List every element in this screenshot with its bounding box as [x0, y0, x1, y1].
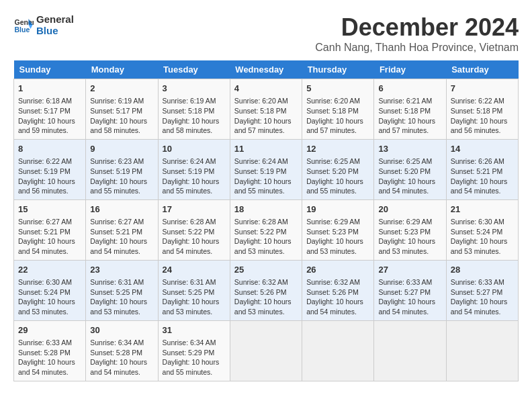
location-title: Canh Nang, Thanh Hoa Province, Vietnam	[315, 42, 519, 54]
day-info: Sunrise: 6:22 AMSunset: 5:19 PMDaylight:…	[18, 156, 81, 196]
calendar-cell: 15Sunrise: 6:27 AMSunset: 5:21 PMDayligh…	[14, 199, 86, 260]
day-info: Sunrise: 6:34 AMSunset: 5:29 PMDaylight:…	[163, 338, 226, 377]
day-info: Sunrise: 6:30 AMSunset: 5:24 PMDaylight:…	[451, 217, 514, 257]
calendar-cell: 4Sunrise: 6:20 AMSunset: 5:18 PMDaylight…	[230, 79, 302, 140]
calendar-week-row: 29Sunrise: 6:33 AMSunset: 5:28 PMDayligh…	[14, 320, 519, 381]
calendar-cell: 20Sunrise: 6:29 AMSunset: 5:23 PMDayligh…	[374, 199, 446, 260]
calendar-cell: 9Sunrise: 6:23 AMSunset: 5:19 PMDaylight…	[86, 139, 158, 199]
day-number: 26	[306, 264, 369, 276]
day-number: 22	[18, 264, 81, 276]
day-info: Sunrise: 6:27 AMSunset: 5:21 PMDaylight:…	[90, 217, 153, 257]
logo-icon: General Blue	[13, 15, 34, 35]
day-number: 12	[306, 143, 369, 155]
day-number: 7	[451, 83, 514, 95]
day-number: 13	[378, 143, 441, 155]
calendar-cell: 21Sunrise: 6:30 AMSunset: 5:24 PMDayligh…	[446, 199, 518, 260]
day-info: Sunrise: 6:19 AMSunset: 5:18 PMDaylight:…	[163, 96, 226, 136]
day-number: 21	[451, 203, 514, 216]
calendar-cell: 7Sunrise: 6:22 AMSunset: 5:18 PMDaylight…	[446, 79, 518, 140]
day-number: 18	[234, 203, 298, 216]
day-info: Sunrise: 6:26 AMSunset: 5:21 PMDaylight:…	[451, 156, 514, 196]
calendar-cell: 10Sunrise: 6:24 AMSunset: 5:19 PMDayligh…	[158, 139, 230, 199]
day-number: 27	[378, 264, 441, 276]
day-number: 4	[234, 83, 298, 95]
day-info: Sunrise: 6:22 AMSunset: 5:18 PMDaylight:…	[451, 96, 514, 136]
calendar-cell	[446, 320, 518, 381]
calendar-header-row: SundayMondayTuesdayWednesdayThursdayFrid…	[14, 60, 519, 79]
day-number: 29	[18, 324, 81, 336]
calendar-cell: 13Sunrise: 6:25 AMSunset: 5:20 PMDayligh…	[374, 139, 446, 199]
month-title: December 2024	[315, 13, 519, 42]
day-info: Sunrise: 6:30 AMSunset: 5:24 PMDaylight:…	[18, 277, 81, 317]
day-info: Sunrise: 6:21 AMSunset: 5:18 PMDaylight:…	[378, 96, 441, 136]
day-number: 24	[163, 264, 226, 276]
day-info: Sunrise: 6:20 AMSunset: 5:18 PMDaylight:…	[306, 96, 369, 136]
day-number: 25	[234, 264, 298, 276]
day-info: Sunrise: 6:33 AMSunset: 5:27 PMDaylight:…	[378, 277, 441, 317]
day-info: Sunrise: 6:24 AMSunset: 5:19 PMDaylight:…	[234, 156, 298, 196]
day-info: Sunrise: 6:32 AMSunset: 5:26 PMDaylight:…	[234, 277, 298, 317]
day-number: 9	[90, 143, 153, 155]
calendar-cell: 12Sunrise: 6:25 AMSunset: 5:20 PMDayligh…	[302, 139, 374, 199]
calendar-cell: 1Sunrise: 6:18 AMSunset: 5:17 PMDaylight…	[14, 79, 86, 140]
day-info: Sunrise: 6:29 AMSunset: 5:23 PMDaylight:…	[306, 217, 369, 257]
day-info: Sunrise: 6:32 AMSunset: 5:26 PMDaylight:…	[306, 277, 369, 317]
day-info: Sunrise: 6:33 AMSunset: 5:28 PMDaylight:…	[18, 338, 81, 377]
calendar-cell: 24Sunrise: 6:31 AMSunset: 5:25 PMDayligh…	[158, 260, 230, 320]
day-number: 1	[18, 83, 81, 95]
day-number: 19	[306, 203, 369, 216]
calendar-cell: 26Sunrise: 6:32 AMSunset: 5:26 PMDayligh…	[302, 260, 374, 320]
header-day-monday: Monday	[86, 60, 158, 79]
title-section: December 2024 Canh Nang, Thanh Hoa Provi…	[315, 13, 519, 54]
day-info: Sunrise: 6:28 AMSunset: 5:22 PMDaylight:…	[163, 217, 226, 257]
day-info: Sunrise: 6:33 AMSunset: 5:27 PMDaylight:…	[451, 277, 514, 317]
day-number: 17	[163, 203, 226, 216]
calendar-cell	[374, 320, 446, 381]
calendar-cell: 14Sunrise: 6:26 AMSunset: 5:21 PMDayligh…	[446, 139, 518, 199]
logo-text-line2: Blue	[36, 25, 74, 36]
svg-text:Blue: Blue	[15, 26, 30, 34]
day-info: Sunrise: 6:19 AMSunset: 5:17 PMDaylight:…	[90, 96, 153, 136]
day-number: 5	[306, 83, 369, 95]
header: General Blue General Blue December 2024 …	[13, 13, 519, 54]
day-number: 15	[18, 203, 81, 216]
calendar-cell: 25Sunrise: 6:32 AMSunset: 5:26 PMDayligh…	[230, 260, 302, 320]
day-info: Sunrise: 6:34 AMSunset: 5:28 PMDaylight:…	[90, 338, 153, 377]
day-info: Sunrise: 6:24 AMSunset: 5:19 PMDaylight:…	[163, 156, 226, 196]
day-number: 8	[18, 143, 81, 155]
calendar-week-row: 8Sunrise: 6:22 AMSunset: 5:19 PMDaylight…	[14, 139, 519, 199]
calendar-table: SundayMondayTuesdayWednesdayThursdayFrid…	[13, 60, 519, 381]
calendar-cell: 17Sunrise: 6:28 AMSunset: 5:22 PMDayligh…	[158, 199, 230, 260]
header-day-thursday: Thursday	[302, 60, 374, 79]
day-info: Sunrise: 6:31 AMSunset: 5:25 PMDaylight:…	[90, 277, 153, 317]
calendar-cell: 2Sunrise: 6:19 AMSunset: 5:17 PMDaylight…	[86, 79, 158, 140]
day-info: Sunrise: 6:29 AMSunset: 5:23 PMDaylight:…	[378, 217, 441, 257]
calendar-cell: 3Sunrise: 6:19 AMSunset: 5:18 PMDaylight…	[158, 79, 230, 140]
day-number: 30	[90, 324, 153, 336]
calendar-cell: 28Sunrise: 6:33 AMSunset: 5:27 PMDayligh…	[446, 260, 518, 320]
day-number: 2	[90, 83, 153, 95]
calendar-cell	[302, 320, 374, 381]
day-info: Sunrise: 6:25 AMSunset: 5:20 PMDaylight:…	[306, 156, 369, 196]
calendar-week-row: 22Sunrise: 6:30 AMSunset: 5:24 PMDayligh…	[14, 260, 519, 320]
day-number: 6	[378, 83, 441, 95]
calendar-cell	[230, 320, 302, 381]
day-info: Sunrise: 6:31 AMSunset: 5:25 PMDaylight:…	[163, 277, 226, 317]
day-number: 23	[90, 264, 153, 276]
calendar-cell: 23Sunrise: 6:31 AMSunset: 5:25 PMDayligh…	[86, 260, 158, 320]
day-info: Sunrise: 6:23 AMSunset: 5:19 PMDaylight:…	[90, 156, 153, 196]
header-day-tuesday: Tuesday	[158, 60, 230, 79]
header-day-wednesday: Wednesday	[230, 60, 302, 79]
calendar-cell: 19Sunrise: 6:29 AMSunset: 5:23 PMDayligh…	[302, 199, 374, 260]
calendar-cell: 30Sunrise: 6:34 AMSunset: 5:28 PMDayligh…	[86, 320, 158, 381]
day-number: 10	[163, 143, 226, 155]
day-info: Sunrise: 6:18 AMSunset: 5:17 PMDaylight:…	[18, 96, 81, 136]
day-info: Sunrise: 6:28 AMSunset: 5:22 PMDaylight:…	[234, 217, 298, 257]
logo: General Blue General Blue	[13, 13, 74, 36]
header-day-friday: Friday	[374, 60, 446, 79]
calendar-cell: 31Sunrise: 6:34 AMSunset: 5:29 PMDayligh…	[158, 320, 230, 381]
day-number: 31	[163, 324, 226, 336]
calendar-cell: 8Sunrise: 6:22 AMSunset: 5:19 PMDaylight…	[14, 139, 86, 199]
calendar-cell: 18Sunrise: 6:28 AMSunset: 5:22 PMDayligh…	[230, 199, 302, 260]
day-info: Sunrise: 6:20 AMSunset: 5:18 PMDaylight:…	[234, 96, 298, 136]
